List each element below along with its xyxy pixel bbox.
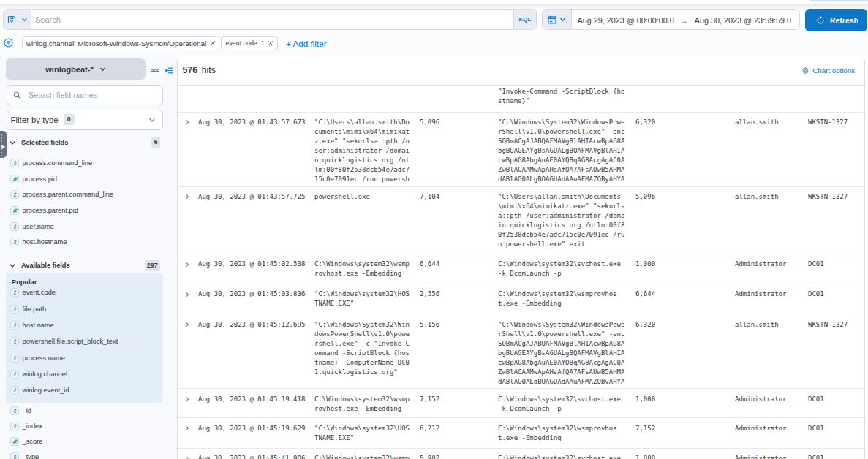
date-range-start[interactable]: Aug 29, 2023 @ 00:00:00.0	[578, 16, 674, 25]
remove-filter-icon[interactable]	[268, 40, 273, 46]
field-name: winlog.event_id	[23, 387, 69, 394]
cell-process-pid: 5,156	[420, 314, 464, 329]
collapse-sidebar-icon[interactable]	[165, 67, 173, 75]
field-item-process.pid[interactable]: #process.pid	[10, 174, 57, 183]
calendar-icon	[548, 15, 556, 24]
field-search-input[interactable]: Search field names	[7, 85, 163, 105]
text-field-icon: t	[10, 354, 19, 363]
add-filter-button[interactable]: + Add filter	[286, 39, 327, 48]
filter-pill-event-code[interactable]: event.code: 1	[221, 36, 278, 50]
document-row: Aug 30, 2023 @ 01:45:41.906C:\Windows\sy…	[178, 449, 864, 459]
filter-by-type-dropdown[interactable]: Filter by type 0	[7, 110, 163, 130]
field-item-process.parent.command_line[interactable]: tprocess.parent.command_line	[10, 190, 113, 200]
field-name: process.parent.pid	[23, 207, 79, 214]
date-range: Aug 29, 2023 @ 00:00:00.0 → Aug 30, 2023…	[572, 10, 799, 29]
query-language-switcher[interactable]: KQL	[513, 10, 536, 29]
date-quick-select-button[interactable]	[543, 10, 572, 29]
field-item-winlog.channel[interactable]: twinlog.channel	[10, 369, 67, 379]
chevron-down-icon	[21, 16, 28, 23]
chevron-down-icon	[148, 116, 156, 124]
text-field-icon: t	[10, 305, 19, 314]
cell-process-command-line: "C:\Windows\system32\HOSTNAME.EXE"	[314, 284, 410, 308]
filter-connector	[15, 42, 21, 42]
cell-time: Aug 30, 2023 @ 01:45:19.418	[198, 389, 315, 403]
text-field-icon: t	[10, 238, 19, 246]
field-item-winlog.event_id[interactable]: twinlog.event_id	[10, 386, 69, 395]
filter-menu-icon[interactable]	[4, 38, 13, 48]
cell-host-hostname: DC01	[808, 284, 863, 299]
gear-icon	[802, 67, 809, 74]
expand-row-icon[interactable]	[185, 262, 189, 268]
index-options-icon[interactable]	[151, 69, 159, 72]
cell-process-command-line: C:\Windows\system32\wsmprovhost.exe -Emb…	[314, 449, 410, 459]
cell-host-hostname: DC01	[808, 254, 863, 269]
text-field-icon: t	[10, 452, 19, 459]
document-row: Aug 30, 2023 @ 01:43:57.673"C:\Users\all…	[178, 113, 864, 187]
field-name: powershell.file.script_block_text	[23, 338, 118, 345]
field-item-powershell.file.script_block_text[interactable]: tpowershell.file.script_block_text	[10, 337, 118, 346]
cell-process-parent-pid: 1,000	[635, 254, 679, 269]
cell-process-parent-pid: 7,152	[635, 418, 679, 433]
cell-process-parent-pid: 5,096	[635, 187, 679, 202]
field-item-_index[interactable]: t_index	[10, 422, 42, 431]
remove-filter-icon[interactable]	[210, 40, 216, 46]
field-item-host.hostname[interactable]: thost.hostname	[10, 238, 67, 247]
index-pattern-selector[interactable]: winlogbeat-*	[6, 58, 146, 80]
field-item-user.name[interactable]: tuser.name	[10, 221, 54, 231]
selected-fields-header[interactable]: Selected fields 6	[9, 137, 160, 148]
chevron-down-icon	[9, 139, 16, 146]
chart-options-label: Chart options	[812, 67, 855, 75]
cell-process-parent-pid: 6,320	[635, 314, 679, 329]
index-pattern-label: winlogbeat-*	[45, 65, 93, 74]
search-input[interactable]: Search	[31, 10, 513, 29]
cell-process-parent-command-line: C:\Windows\system32\svchost.exe -k DcomL…	[498, 449, 624, 459]
field-item-process.command_line[interactable]: tprocess.command_line	[10, 158, 92, 167]
expand-row-icon[interactable]	[185, 425, 189, 431]
cell-host-hostname: DC01	[808, 449, 863, 459]
field-item-file.path[interactable]: tfile.path	[10, 304, 46, 314]
saved-query-menu-button[interactable]	[4, 10, 31, 29]
cell-time: Aug 30, 2023 @ 01:45:02.538	[198, 254, 315, 269]
cell-host-hostname: DC01	[808, 389, 863, 403]
filter-pill-winlog-channel[interactable]: winlog.channel: Microsoft-Windows-Sysmon…	[22, 36, 220, 50]
field-item-_id[interactable]: t_id	[10, 406, 31, 416]
text-field-icon: t	[10, 386, 19, 395]
expand-row-icon[interactable]	[185, 456, 189, 459]
save-icon	[7, 15, 16, 24]
cell-process-command-line: C:\Windows\system32\wsmprovhost.exe -Emb…	[314, 389, 410, 413]
chevron-down-icon	[99, 66, 106, 72]
number-field-icon: #	[10, 175, 19, 183]
expand-row-icon[interactable]	[185, 292, 189, 297]
sidebar-actions	[151, 67, 173, 75]
overlay-drag-handle[interactable]	[0, 131, 7, 158]
field-item-_score[interactable]: #_score	[10, 437, 42, 447]
field-item-event.code[interactable]: tevent.code	[10, 288, 56, 297]
expand-row-icon[interactable]	[185, 396, 189, 402]
field-item-host.name[interactable]: thost.name	[10, 321, 54, 330]
expand-row-icon[interactable]	[185, 322, 189, 327]
text-field-icon: t	[10, 422, 19, 430]
field-item-process.parent.pid[interactable]: #process.parent.pid	[10, 205, 78, 215]
expand-row-icon[interactable]	[185, 194, 189, 200]
cell-process-parent-pid: 6,320	[635, 113, 679, 127]
cell-process-parent-command-line: C:\Windows\system32\wsmprovhost.exe -Emb…	[498, 284, 621, 308]
hits-value: 576	[183, 65, 198, 75]
available-fields-header[interactable]: Available fields 297	[9, 260, 160, 271]
cell-process-pid: 2,556	[420, 284, 464, 299]
cropped-element-top-right	[809, 0, 868, 1]
cell-process-parent-command-line: "C:\Users\allan.smith\Documents\mimi\x64…	[498, 187, 624, 249]
cell-time: Aug 30, 2023 @ 01:43:57.725	[198, 187, 315, 202]
chart-options-button[interactable]: Chart options	[802, 67, 855, 75]
text-field-icon: t	[10, 190, 19, 199]
field-item-process.name[interactable]: tprocess.name	[10, 353, 65, 363]
popular-fields-label: Popular	[12, 278, 37, 286]
field-name: host.hostname	[23, 238, 67, 246]
cell-host-hostname: DC01	[808, 418, 863, 433]
cell-process-parent-command-line: C:\Windows\system32\svchost.exe -k DcomL…	[498, 389, 624, 413]
date-range-end[interactable]: Aug 30, 2023 @ 23:59:59.0	[695, 16, 791, 25]
field-item-_type[interactable]: t_type	[10, 452, 39, 459]
document-row: Aug 30, 2023 @ 01:43:57.725powershell.ex…	[178, 187, 864, 255]
refresh-button[interactable]: Refresh	[805, 9, 867, 31]
hits-count: 576 hits	[183, 65, 216, 75]
expand-row-icon[interactable]	[185, 119, 189, 125]
